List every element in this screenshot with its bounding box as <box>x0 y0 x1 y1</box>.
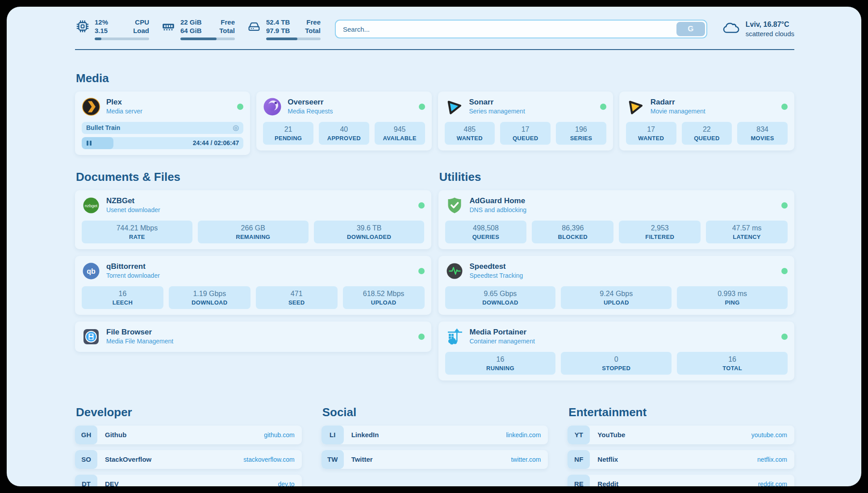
cpu-progress-bar <box>95 38 149 40</box>
app-name: Media Portainer <box>470 328 535 337</box>
card-plex[interactable]: Plex Media server Bullet Train ◎ 24:44 /… <box>75 92 250 155</box>
stat-box: 16 RUNNING <box>445 352 556 375</box>
link-twitter[interactable]: TW Twitter twitter.com <box>321 450 548 469</box>
link-dev[interactable]: DT DEV dev.to <box>75 475 302 487</box>
stat-value: 9.65 Gbps <box>446 290 555 298</box>
card-filebrowser[interactable]: File Browser Media File Management <box>75 322 431 352</box>
card-adguard[interactable]: AdGuard Home DNS and adblocking 498,508 … <box>438 190 795 249</box>
stat-box: 834 MOVIES <box>737 122 788 145</box>
stat-value: 618.52 Mbps <box>344 290 424 298</box>
session-info-icon[interactable]: ◎ <box>233 124 239 131</box>
stat-value: 22 <box>683 125 731 134</box>
cpu-icon <box>75 18 90 36</box>
stat-value: 17 <box>627 125 676 134</box>
link-linkedin[interactable]: LI LinkedIn linkedin.com <box>321 426 548 444</box>
app-description: Speedtest Tracking <box>470 272 523 280</box>
ram-label-1: Free <box>219 18 235 27</box>
card-qbittorrent[interactable]: qb qBittorrent Torrent downloader 16 LEE… <box>75 256 431 315</box>
link-url: stackoverflow.com <box>243 456 294 463</box>
card-portainer[interactable]: Media Portainer Container management 16 … <box>438 322 795 380</box>
app-description: Usenet downloader <box>106 206 160 214</box>
stat-label: PING <box>678 299 787 306</box>
playback-progress: 24:44 / 02:06:47 <box>82 137 243 149</box>
link-reddit[interactable]: RE Reddit reddit.com <box>568 475 794 487</box>
stat-value: 16 <box>446 355 555 363</box>
stat-box: 485 WANTED <box>445 122 495 145</box>
stat-label: QUEUED <box>501 135 550 142</box>
stat-value: 196 <box>557 125 605 134</box>
app-description: Media Requests <box>288 108 333 115</box>
link-github[interactable]: GH Github github.com <box>75 426 302 444</box>
card-radarr[interactable]: Radarr Movie management 17 WANTED 22 QUE… <box>619 92 794 150</box>
stat-box: 17 WANTED <box>626 122 676 145</box>
card-sonarr[interactable]: Sonarr Series management 485 WANTED 17 Q… <box>438 92 613 150</box>
link-abbr-badge: RE <box>568 475 590 487</box>
status-dot <box>237 104 243 110</box>
section-title-entertainment: Entertainment <box>568 405 794 419</box>
stat-box: 16 LEECH <box>82 286 163 309</box>
stat-label: QUERIES <box>446 234 526 240</box>
status-dot <box>418 202 425 209</box>
section-title-developer: Developer <box>76 405 302 419</box>
status-dot <box>781 268 788 274</box>
link-stackoverflow[interactable]: SO StackOverflow stackoverflow.com <box>75 450 302 469</box>
ram-progress-bar <box>180 38 235 40</box>
stat-box: 9.24 Gbps UPLOAD <box>561 286 672 309</box>
disk-stat: 52.4 TB97.9 TB FreeTotal <box>246 18 321 40</box>
app-name: Radarr <box>651 98 705 107</box>
disk-label-2: Total <box>305 27 321 35</box>
link-url: github.com <box>264 431 294 439</box>
stat-label: TOTAL <box>678 365 787 372</box>
stat-label: WANTED <box>446 135 494 142</box>
stat-value: 40 <box>320 125 368 134</box>
ram-free-value: 22 GiB <box>180 18 202 27</box>
stat-label: FILTERED <box>620 234 700 240</box>
link-name: StackOverflow <box>105 455 151 463</box>
app-name: Overseerr <box>288 98 333 107</box>
stat-box: 39.6 TB DOWNLOADED <box>314 221 425 243</box>
now-playing-title: Bullet Train <box>86 124 120 131</box>
section-media: Media Plex Media server Bullet Train ◎ <box>75 71 794 155</box>
card-nzbget[interactable]: nzbget NZBGet Usenet downloader 744.21 M… <box>75 190 431 249</box>
stat-label: DOWNLOAD <box>446 299 555 306</box>
section-utilities: Utilities AdGuard Home DNS and adblockin… <box>438 170 795 380</box>
stat-box: 86,396 BLOCKED <box>532 221 613 243</box>
stat-value: 0 <box>562 355 671 363</box>
now-playing-row: Bullet Train ◎ <box>82 122 243 134</box>
search-engine-button[interactable]: G <box>676 22 705 36</box>
link-netflix[interactable]: NF Netflix netflix.com <box>568 450 794 469</box>
search-input[interactable] <box>337 22 676 36</box>
stat-box: 22 QUEUED <box>682 122 732 145</box>
stat-value: 86,396 <box>533 224 613 232</box>
svg-text:qb: qb <box>87 267 96 275</box>
section-documents: Documents & Files nzbget NZBGet Usenet d… <box>75 170 431 380</box>
card-overseerr[interactable]: Overseerr Media Requests 21 PENDING 40 A… <box>256 92 431 150</box>
status-dot <box>781 334 788 340</box>
link-name: DEV <box>105 480 119 486</box>
stat-box: 471 SEED <box>256 286 338 309</box>
stat-label: AVAILABLE <box>376 135 424 142</box>
app-description: Movie management <box>651 108 705 115</box>
ram-stat: 22 GiB64 GiB FreeTotal <box>161 18 235 40</box>
pause-icon[interactable] <box>87 141 92 146</box>
link-youtube[interactable]: YT YouTube youtube.com <box>568 426 794 444</box>
stat-value: 266 GB <box>199 224 308 232</box>
stat-label: SEED <box>257 299 337 306</box>
disk-free-value: 52.4 TB <box>266 18 290 27</box>
stat-label: BLOCKED <box>533 234 613 240</box>
radarr-icon <box>626 97 645 116</box>
stat-value: 471 <box>257 290 337 298</box>
link-name: Twitter <box>351 455 373 463</box>
status-dot <box>781 104 788 110</box>
card-speedtest[interactable]: Speedtest Speedtest Tracking 9.65 Gbps D… <box>438 256 795 315</box>
stat-box: 266 GB REMAINING <box>198 221 309 243</box>
section-social: Social LI LinkedIn linkedin.com TW Twitt… <box>321 405 548 487</box>
stat-value: 39.6 TB <box>315 224 424 232</box>
stat-label: QUEUED <box>683 135 731 142</box>
stat-value: 0.993 ms <box>678 290 787 298</box>
link-name: Github <box>105 431 126 439</box>
weather-widget: Lviv, 16.87°C scattered clouds <box>722 20 794 38</box>
app-description: Torrent downloader <box>106 272 160 280</box>
stat-box: 9.65 Gbps DOWNLOAD <box>445 286 556 309</box>
overseerr-icon <box>263 97 282 116</box>
